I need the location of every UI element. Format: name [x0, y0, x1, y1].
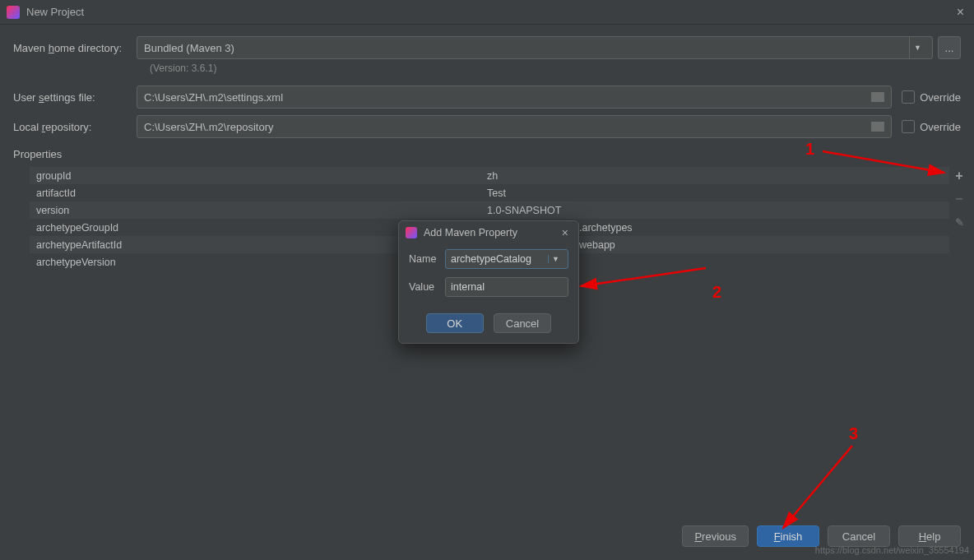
settings-file-value: C:\Users\ZH\.m2\settings.xml: [144, 91, 865, 104]
repo-value: C:\Users\ZH\.m2\repository: [144, 121, 865, 133]
repo-override-checkbox[interactable]: [902, 120, 915, 133]
help-button[interactable]: Help: [898, 525, 961, 547]
name-value: archetypeCatalog: [451, 253, 548, 265]
watermark: https://blog.csdn.net/weixin_35554194: [815, 545, 969, 555]
app-icon: [7, 6, 20, 19]
table-row[interactable]: groupId zh: [30, 167, 949, 184]
browse-maven-home-button[interactable]: ...: [938, 36, 961, 59]
repo-input[interactable]: C:\Users\ZH\.m2\repository: [137, 115, 892, 138]
close-icon[interactable]: ×: [953, 5, 967, 20]
properties-title: Properties: [13, 148, 961, 160]
maven-home-combo[interactable]: Bundled (Maven 3) ▼: [137, 36, 933, 59]
remove-property-button[interactable]: −: [951, 190, 967, 208]
settings-override-checkbox[interactable]: [902, 90, 915, 104]
wizard-footer: Previous Finish Cancel Help: [682, 525, 961, 547]
repo-override-label: Override: [920, 121, 961, 133]
window-title: New Project: [26, 6, 953, 18]
annotation-2: 2: [712, 283, 721, 302]
name-label: Name: [409, 253, 445, 265]
folder-icon[interactable]: [871, 92, 884, 102]
value-row: Value internal: [409, 277, 568, 297]
app-icon: [406, 227, 417, 238]
edit-property-button[interactable]: ✎: [951, 213, 967, 231]
value-input[interactable]: internal: [445, 277, 568, 297]
annotation-3: 3: [849, 424, 858, 443]
settings-file-row: User settings file: C:\Users\ZH\.m2\sett…: [13, 86, 961, 109]
previous-button[interactable]: Previous: [682, 525, 749, 547]
folder-icon[interactable]: [871, 122, 884, 132]
dialog-title: Add Maven Property: [424, 227, 559, 238]
finish-button[interactable]: Finish: [757, 525, 819, 547]
maven-home-row: Maven home directory: Bundled (Maven 3) …: [13, 36, 961, 59]
dialog-titlebar: Add Maven Property ×: [399, 221, 578, 244]
titlebar: New Project ×: [0, 0, 974, 25]
add-property-button[interactable]: +: [951, 167, 967, 185]
ok-button[interactable]: OK: [426, 313, 484, 333]
chevron-down-icon: ▼: [909, 37, 925, 58]
svg-line-2: [783, 446, 852, 528]
add-maven-property-dialog: Add Maven Property × Name archetypeCatal…: [398, 220, 579, 344]
repo-row: Local repository: C:\Users\ZH\.m2\reposi…: [13, 115, 961, 138]
maven-version-note: (Version: 3.6.1): [150, 62, 961, 74]
properties-actions: + − ✎: [951, 167, 967, 231]
cancel-button[interactable]: Cancel: [494, 313, 551, 333]
chevron-down-icon: ▼: [548, 255, 563, 263]
value-label: Value: [409, 281, 445, 293]
repo-label: Local repository:: [13, 121, 137, 133]
cancel-button[interactable]: Cancel: [828, 525, 890, 547]
settings-override-label: Override: [920, 91, 961, 104]
value-text: internal: [451, 281, 485, 293]
close-icon[interactable]: ×: [559, 226, 572, 239]
dialog-footer: OK Cancel: [399, 308, 578, 343]
table-row[interactable]: version 1.0-SNAPSHOT: [30, 201, 949, 219]
name-combo[interactable]: archetypeCatalog ▼: [445, 249, 568, 269]
name-row: Name archetypeCatalog ▼: [409, 249, 568, 269]
settings-file-input[interactable]: C:\Users\ZH\.m2\settings.xml: [137, 86, 892, 109]
maven-home-value: Bundled (Maven 3): [144, 42, 909, 54]
table-row[interactable]: artifactId Test: [30, 184, 949, 201]
settings-file-label: User settings file:: [13, 91, 137, 104]
maven-home-label: Maven home directory:: [13, 42, 137, 54]
